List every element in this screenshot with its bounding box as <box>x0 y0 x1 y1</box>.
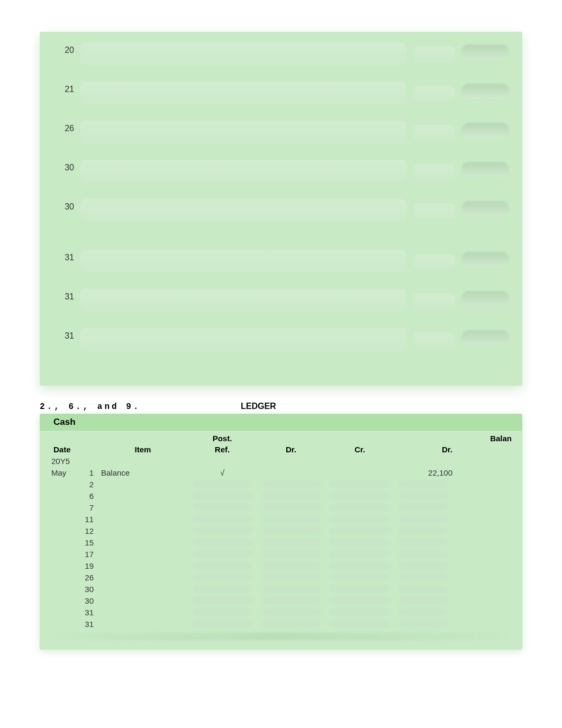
header-post-ref: Ref. <box>188 445 257 454</box>
ledger-post-ref <box>188 585 257 593</box>
ledger-header-row-2: Date Item Ref. Dr. Cr. Dr. <box>50 444 512 455</box>
ledger-post-ref <box>188 480 257 488</box>
ledger-row: 31 <box>50 618 512 630</box>
ledger-dr <box>257 503 325 512</box>
ledger-dr <box>257 573 325 581</box>
ledger-dr <box>257 480 325 488</box>
journal-description-blur <box>80 289 406 312</box>
ledger-cr <box>325 538 394 547</box>
header-date: Date <box>50 445 98 454</box>
journal-row: 31 <box>53 328 509 351</box>
ledger-panel: Cash Post. Balan Date Item Ref. Dr. Cr. … <box>40 414 522 650</box>
ledger-dr-balance <box>394 492 463 500</box>
ledger-footer-blur <box>50 633 512 640</box>
ledger-header-row-1: Post. Balan <box>50 433 512 444</box>
section-label-row: 2., 6., and 9. LEDGER <box>40 402 522 412</box>
ledger-dr-balance <box>394 526 463 535</box>
journal-amount-blur <box>413 86 455 102</box>
journal-row: 26 <box>53 121 509 144</box>
journal-amount-blur <box>413 47 455 62</box>
section-label-left: 2., 6., and 9. <box>40 402 241 412</box>
ledger-dr <box>257 526 325 535</box>
ledger-cr <box>325 550 394 558</box>
ledger-post-ref: √ <box>188 468 257 477</box>
journal-day: 31 <box>53 328 74 341</box>
journal-description-blur <box>80 328 406 351</box>
ledger-day: 15 <box>74 538 98 547</box>
ledger-dr <box>257 550 325 558</box>
ledger-cr <box>325 480 394 488</box>
ledger-day: 17 <box>74 550 98 559</box>
ledger-dr <box>257 515 325 523</box>
journal-amount-blur <box>461 252 509 268</box>
ledger-post-ref <box>188 550 257 558</box>
ledger-row: 6 <box>50 490 512 502</box>
journal-day: 21 <box>53 81 74 94</box>
ledger-day: 11 <box>74 515 98 524</box>
journal-row: 21 <box>53 81 509 105</box>
ledger-day: 19 <box>74 561 98 570</box>
ledger-dr-balance <box>394 596 463 605</box>
ledger-post-ref <box>188 608 257 616</box>
journal-row: 30 <box>53 199 509 222</box>
ledger-year-row: 20Y5 <box>50 455 512 467</box>
ledger-cr <box>325 492 394 500</box>
ledger-row: 17 <box>50 548 512 560</box>
journal-panel: 2021263030313131 <box>40 32 522 386</box>
ledger-dr <box>257 585 325 593</box>
ledger-cr <box>325 573 394 581</box>
ledger-day: 31 <box>74 620 98 629</box>
ledger-post-ref <box>188 515 257 523</box>
ledger-row: 31 <box>50 606 512 618</box>
ledger-cr <box>325 526 394 535</box>
ledger-dr-balance <box>394 480 463 488</box>
ledger-day: 12 <box>74 526 98 535</box>
journal-day: 30 <box>53 160 74 172</box>
ledger-cr <box>325 515 394 523</box>
ledger-post-ref <box>188 596 257 605</box>
journal-row: 30 <box>53 160 509 183</box>
ledger-year: 20Y5 <box>50 457 98 466</box>
ledger-dr-balance <box>394 503 463 512</box>
ledger-dr <box>257 538 325 547</box>
ledger-row: 7 <box>50 502 512 513</box>
journal-amount-blur <box>413 125 455 141</box>
ledger-cr <box>325 620 394 628</box>
journal-day: 31 <box>53 289 74 302</box>
ledger-row: May1Balance√22,100 <box>50 467 512 478</box>
ledger-post-ref <box>188 503 257 512</box>
header-cr: Cr. <box>325 445 394 454</box>
journal-description-blur <box>80 42 406 66</box>
ledger-dr <box>257 596 325 605</box>
ledger-row: 11 <box>50 513 512 525</box>
journal-amount-blur <box>413 203 455 219</box>
journal-amount-blur <box>413 254 455 270</box>
journal-amount-blur <box>461 84 509 99</box>
ledger-rows-container: May1Balance√22,1002671112151719263030313… <box>50 467 512 630</box>
ledger-dr <box>257 620 325 628</box>
ledger-row: 30 <box>50 583 512 595</box>
ledger-account-title: Cash <box>40 414 522 431</box>
ledger-row: 30 <box>50 595 512 606</box>
ledger-dr-balance <box>394 608 463 616</box>
ledger-dr <box>257 608 325 616</box>
journal-description-blur <box>80 199 406 222</box>
ledger-row: 15 <box>50 536 512 548</box>
ledger-day: 1 <box>74 468 98 477</box>
ledger-day: 31 <box>74 608 98 617</box>
ledger-dr-balance <box>394 585 463 593</box>
journal-row: 31 <box>53 250 509 273</box>
ledger-day: 30 <box>74 596 98 605</box>
journal-row: 31 <box>53 289 509 312</box>
ledger-dr-balance <box>394 515 463 523</box>
ledger-day: 26 <box>74 573 98 582</box>
journal-description-blur <box>80 160 406 183</box>
ledger-post-ref <box>188 561 257 570</box>
journal-day: 30 <box>53 199 74 212</box>
journal-day: 26 <box>53 121 74 133</box>
journal-amount-blur <box>461 123 509 139</box>
journal-amount-blur <box>413 293 455 309</box>
ledger-dr-balance <box>394 620 463 628</box>
ledger-cr <box>325 596 394 605</box>
ledger-cr <box>325 561 394 570</box>
